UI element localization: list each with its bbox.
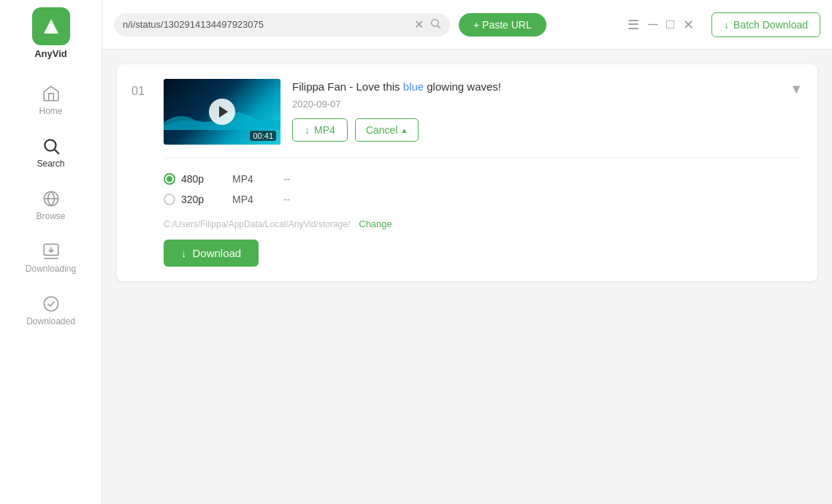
close-button[interactable]: ✕ <box>683 17 694 33</box>
svg-point-10 <box>432 19 438 26</box>
quality-section: 480p MP4 -- 320p MP4 -- C:/Users/Filippa… <box>164 158 803 267</box>
radio-320p-button[interactable] <box>164 194 175 205</box>
svg-point-3 <box>45 140 56 150</box>
quality-320p-size: -- <box>283 194 290 205</box>
batch-download-label: Batch Download <box>733 19 808 31</box>
sidebar-item-downloaded[interactable]: Downloaded <box>0 284 102 337</box>
paste-url-button[interactable]: + Paste URL <box>459 13 546 37</box>
sidebar-item-home[interactable]: Home <box>0 74 102 126</box>
sidebar: AnyVid Home Search Browse Downloading <box>0 0 102 504</box>
browse-icon <box>42 189 61 208</box>
home-label: Home <box>39 106 62 116</box>
sidebar-item-browse[interactable]: Browse <box>0 179 102 232</box>
mp4-button[interactable]: ↓ MP4 <box>292 118 348 142</box>
quality-320p-label: 320p <box>181 194 218 205</box>
title-part1: Filippa Fan - Love this <box>292 80 403 93</box>
browse-label: Browse <box>36 211 65 221</box>
download-label: Download <box>193 247 242 259</box>
collapse-icon[interactable]: ▼ <box>790 79 803 97</box>
downloaded-label: Downloaded <box>26 316 75 327</box>
radio-480p-button[interactable] <box>164 173 175 185</box>
card-header: 01 00:41 Filippa Fan - Love this blue gl… <box>131 79 803 145</box>
cancel-button[interactable]: Cancel ▲ <box>355 118 419 142</box>
clear-url-button[interactable]: ✕ <box>414 19 424 31</box>
radio-480p[interactable]: 480p <box>164 173 218 185</box>
quality-480p-format: MP4 <box>232 173 269 185</box>
quality-480p-label: 480p <box>181 173 218 185</box>
downloading-label: Downloading <box>26 264 76 274</box>
downloaded-icon <box>42 294 61 313</box>
download-button[interactable]: ↓ Download <box>164 240 259 267</box>
home-icon <box>42 84 61 103</box>
search-icon <box>42 137 61 156</box>
video-timestamp: 00:41 <box>250 131 276 141</box>
window-controls: ☰ ─ □ ✕ <box>627 17 694 33</box>
mp4-download-icon: ↓ <box>305 124 310 136</box>
video-info: Filippa Fan - Love this blue glowing wav… <box>292 79 778 142</box>
change-path-button[interactable]: Change <box>359 218 392 229</box>
file-path-row: C:/Users/Filippa/AppData/Local/AnyVid/st… <box>164 218 803 229</box>
sidebar-item-downloading[interactable]: Downloading <box>0 232 102 284</box>
download-icon: ↓ <box>181 247 187 259</box>
menu-icon[interactable]: ☰ <box>627 17 639 33</box>
quality-row-320p: 320p MP4 -- <box>164 189 803 210</box>
topbar: n/i/status/1302914134497923075 ✕ + Paste… <box>102 0 832 50</box>
batch-download-icon: ↓ <box>724 19 729 31</box>
svg-line-4 <box>54 150 58 154</box>
svg-point-9 <box>44 297 58 311</box>
video-title: Filippa Fan - Love this blue glowing wav… <box>292 79 778 94</box>
track-number: 01 <box>131 79 152 98</box>
cancel-chevron-icon: ▲ <box>400 126 408 134</box>
play-button[interactable] <box>209 99 235 125</box>
quality-480p-size: -- <box>283 173 290 185</box>
logo-area: AnyVid <box>32 7 70 59</box>
url-input-wrap[interactable]: n/i/status/1302914134497923075 ✕ <box>114 13 450 37</box>
svg-line-11 <box>438 26 440 28</box>
search-label: Search <box>37 159 64 169</box>
app-name-label: AnyVid <box>34 48 67 59</box>
app-logo <box>32 7 70 45</box>
video-date: 2020-09-07 <box>292 99 778 110</box>
cancel-label: Cancel <box>366 124 398 136</box>
batch-download-button[interactable]: ↓ Batch Download <box>711 12 820 37</box>
quality-320p-format: MP4 <box>232 194 269 205</box>
video-thumbnail[interactable]: 00:41 <box>164 79 280 145</box>
mp4-label: MP4 <box>314 124 335 136</box>
title-part2: glowing waves! <box>424 80 501 93</box>
content-area: 01 00:41 Filippa Fan - Love this blue gl… <box>102 50 832 504</box>
maximize-button[interactable]: □ <box>666 17 674 32</box>
downloading-icon <box>42 242 61 261</box>
action-buttons: ↓ MP4 Cancel ▲ <box>292 118 778 142</box>
url-search-icon <box>430 18 441 32</box>
video-card: 01 00:41 Filippa Fan - Love this blue gl… <box>117 64 817 281</box>
sidebar-item-search[interactable]: Search <box>0 126 102 179</box>
minimize-button[interactable]: ─ <box>648 17 657 32</box>
main-area: n/i/status/1302914134497923075 ✕ + Paste… <box>102 0 832 504</box>
quality-row-480p: 480p MP4 -- <box>164 169 803 189</box>
url-display: n/i/status/1302914134497923075 <box>123 19 408 30</box>
radio-320p[interactable]: 320p <box>164 194 218 205</box>
file-path-text: C:/Users/Filippa/AppData/Local/AnyVid/st… <box>164 219 350 229</box>
title-highlight: blue <box>403 80 424 93</box>
